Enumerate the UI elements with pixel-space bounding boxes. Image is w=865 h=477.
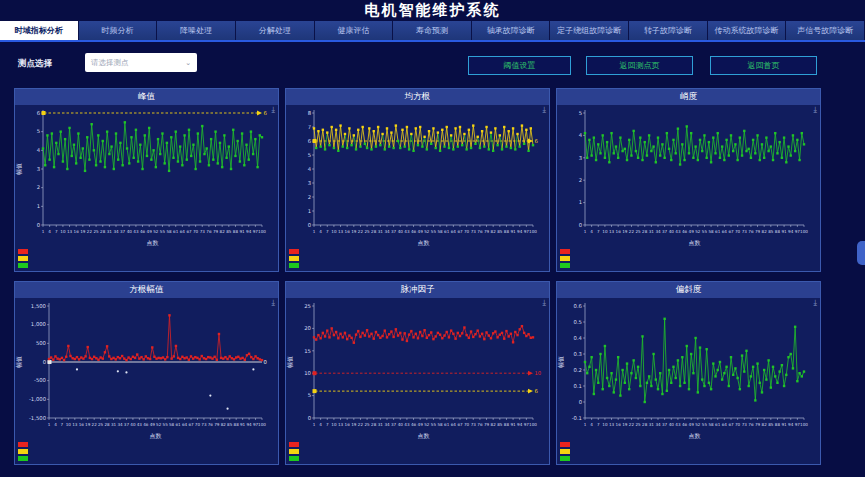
save-image-icon[interactable]: ⤓ (271, 299, 275, 307)
tab-2[interactable]: 降噪处理 (157, 21, 235, 40)
svg-text:82: 82 (491, 422, 497, 427)
svg-text:13: 13 (609, 229, 615, 234)
svg-text:64: 64 (182, 422, 188, 427)
svg-text:76: 76 (748, 422, 754, 427)
tab-0[interactable]: 时域指标分析 (0, 21, 78, 40)
status-lights (289, 249, 299, 268)
status-light-red (289, 249, 299, 254)
svg-text:点数: 点数 (689, 239, 701, 246)
point-select-label: 测点选择 (18, 58, 52, 70)
save-image-icon[interactable]: ⤓ (271, 106, 275, 114)
status-light-green (560, 456, 570, 461)
chart-panel-impulse-factor: 脉冲因子 05101520251471013161922252831343740… (285, 281, 550, 465)
svg-text:46: 46 (411, 229, 417, 234)
tab-3[interactable]: 分解处理 (236, 21, 314, 40)
tab-7[interactable]: 定子绕组故障诊断 (550, 21, 628, 40)
save-image-icon[interactable]: ⤓ (542, 106, 546, 114)
svg-text:49: 49 (150, 422, 156, 427)
tab-1[interactable]: 时频分析 (79, 21, 157, 40)
svg-text:31: 31 (111, 422, 117, 427)
svg-text:13: 13 (609, 422, 615, 427)
svg-text:85: 85 (768, 229, 774, 234)
svg-text:76: 76 (748, 229, 754, 234)
svg-text:82: 82 (491, 229, 497, 234)
tab-6[interactable]: 轴承故障诊断 (472, 21, 550, 40)
svg-text:61: 61 (175, 422, 181, 427)
svg-text:10: 10 (331, 229, 337, 234)
svg-text:43: 43 (137, 422, 143, 427)
threshold-settings-button[interactable]: 阈值设置 (468, 56, 571, 75)
svg-text:34: 34 (655, 229, 661, 234)
tab-5[interactable]: 寿命预测 (393, 21, 471, 40)
svg-text:19: 19 (351, 229, 357, 234)
main-tabbar: 时域指标分析时频分析降噪处理分解处理健康评估寿命预测轴承故障诊断定子绕组故障诊断… (0, 21, 865, 42)
chart-area: -0.100.10.20.30.40.50.614710131619222528… (557, 298, 820, 440)
svg-text:幅值: 幅值 (15, 356, 23, 368)
svg-text:0.2: 0.2 (574, 367, 582, 373)
svg-text:1: 1 (37, 203, 40, 209)
tab-4[interactable]: 健康评估 (315, 21, 393, 40)
status-light-red (560, 249, 570, 254)
svg-text:7: 7 (61, 422, 64, 427)
status-light-yellow (18, 256, 28, 261)
svg-text:0: 0 (264, 359, 268, 365)
svg-text:31: 31 (378, 422, 384, 427)
tab-9[interactable]: 传动系统故障诊断 (708, 21, 786, 40)
svg-text:7: 7 (55, 229, 58, 234)
svg-text:19: 19 (85, 422, 91, 427)
svg-text:73: 73 (742, 229, 748, 234)
back-to-points-button[interactable]: 返回测点页 (586, 56, 693, 75)
svg-text:46: 46 (682, 229, 688, 234)
point-select-placeholder: 请选择测点 (91, 58, 185, 68)
svg-text:73: 73 (742, 422, 748, 427)
tab-10[interactable]: 声信号故障诊断 (786, 21, 864, 40)
svg-text:58: 58 (437, 229, 443, 234)
svg-text:6: 6 (264, 110, 268, 116)
svg-text:37: 37 (391, 229, 397, 234)
svg-text:76: 76 (206, 229, 212, 234)
svg-text:43: 43 (404, 422, 410, 427)
line-chart: -0.100.10.20.30.40.50.614710131619222528… (557, 298, 820, 440)
status-light-yellow (560, 256, 570, 261)
svg-text:1: 1 (313, 229, 316, 234)
svg-text:6: 6 (37, 110, 41, 116)
chart-area: 0123456147101316192225283134374043464952… (15, 105, 278, 247)
back-to-home-button[interactable]: 返回首页 (710, 56, 817, 75)
svg-text:34: 34 (384, 422, 390, 427)
svg-text:40: 40 (398, 229, 404, 234)
side-collapse-handle[interactable] (857, 241, 865, 265)
chart-title: 均方根 (286, 89, 549, 105)
svg-text:37: 37 (124, 422, 130, 427)
chart-panel-skewness: 偏斜度 -0.100.10.20.30.40.50.61471013161922… (556, 281, 821, 465)
svg-text:19: 19 (622, 229, 628, 234)
svg-text:52: 52 (156, 422, 162, 427)
save-image-icon[interactable]: ⤓ (542, 299, 546, 307)
svg-text:2: 2 (308, 194, 311, 200)
svg-text:88: 88 (504, 229, 510, 234)
svg-text:1: 1 (584, 229, 587, 234)
svg-text:49: 49 (147, 229, 153, 234)
svg-text:100: 100 (800, 422, 808, 427)
svg-text:79: 79 (755, 422, 761, 427)
svg-text:3: 3 (308, 180, 311, 186)
svg-text:点数: 点数 (418, 432, 430, 439)
svg-text:52: 52 (153, 229, 159, 234)
point-select-dropdown[interactable]: 请选择测点 ⌄ (85, 53, 197, 72)
svg-text:6: 6 (308, 138, 312, 144)
svg-text:100: 100 (529, 229, 537, 234)
save-image-icon[interactable]: ⤓ (813, 299, 817, 307)
svg-text:0: 0 (308, 222, 312, 228)
status-light-green (289, 456, 299, 461)
svg-text:1: 1 (308, 208, 311, 214)
svg-text:22: 22 (87, 229, 93, 234)
svg-text:13: 13 (338, 422, 344, 427)
status-light-red (18, 442, 28, 447)
svg-text:13: 13 (67, 229, 73, 234)
chart-panel-peak: 峰值 0123456147101316192225283134374043464… (14, 88, 279, 272)
svg-text:7: 7 (326, 229, 329, 234)
svg-text:70: 70 (193, 229, 199, 234)
save-image-icon[interactable]: ⤓ (813, 106, 817, 114)
tab-8[interactable]: 转子故障诊断 (629, 21, 707, 40)
svg-text:4: 4 (308, 166, 312, 172)
svg-text:31: 31 (378, 229, 384, 234)
